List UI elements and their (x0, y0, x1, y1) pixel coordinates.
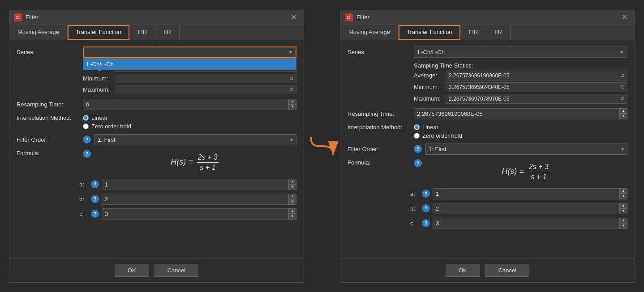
left-b-input[interactable] (102, 194, 296, 205)
left-min-label: Minimum: (83, 75, 112, 82)
left-a-down[interactable]: ▼ (288, 184, 296, 190)
right-tabs-bar: Moving Average Transfer Function FIR IIR (340, 25, 635, 40)
right-c-row: c: ? ▲ ▼ (410, 218, 627, 229)
left-tab-transfer-function[interactable]: Transfer Function (68, 25, 129, 40)
right-radio-zero-label: Zero order hold (422, 132, 462, 139)
right-b-spin: ▲ ▼ (433, 203, 627, 214)
right-a-down[interactable]: ▼ (619, 194, 627, 199)
left-tab-iir[interactable]: IIR (155, 25, 180, 40)
right-c-up[interactable]: ▲ (619, 218, 627, 224)
right-resampling-row: Resampling Time: ▲ ▼ (348, 108, 627, 119)
left-series-item-lch[interactable]: L-Ch/L-Ch (83, 59, 296, 70)
left-c-input[interactable] (102, 208, 296, 220)
left-a-spinbtns: ▲ ▼ (288, 179, 296, 190)
right-min-value-box: 2.267573695924340E-05 ⧉ (446, 82, 627, 92)
right-b-input[interactable] (433, 203, 627, 214)
left-filter-order-select[interactable]: 1: First (94, 134, 296, 145)
left-tabs-bar: Moving Average Transfer Function FIR IIR (9, 25, 304, 40)
right-radio-zero[interactable] (414, 133, 420, 139)
right-filter-order-select[interactable]: 1: First (425, 144, 627, 155)
right-tab-iir[interactable]: IIR (486, 25, 511, 40)
right-tab-moving-average[interactable]: Moving Average (340, 25, 399, 40)
right-radio-linear[interactable] (414, 124, 420, 130)
left-a-up[interactable]: ▲ (288, 179, 296, 185)
left-radio-zero[interactable] (83, 123, 89, 129)
right-c-down[interactable]: ▼ (619, 223, 627, 229)
left-filter-order-label: Filter Order: (17, 136, 79, 143)
right-resampling-down[interactable]: ▼ (619, 114, 627, 119)
left-a-input[interactable] (102, 179, 296, 190)
left-resampling-input[interactable] (83, 99, 296, 110)
right-max-row: Maximum: 2.267573697078970E-05 ⧉ (414, 94, 627, 104)
right-cancel-button[interactable]: Cancel (485, 264, 529, 277)
right-series-row: Series: L-Ch/L-Ch ▼ (348, 47, 627, 58)
right-resampling-label: Resampling Time: (348, 110, 410, 117)
left-formula-section: Formula: ? H(s) = 2s + 3 s + 1 (17, 150, 296, 220)
left-resampling-row: Resampling Time: ▲ ▼ (17, 99, 296, 110)
left-ok-button[interactable]: OK (115, 264, 149, 277)
right-resampling-input[interactable] (414, 108, 627, 119)
left-c-spin: ▲ ▼ (102, 208, 296, 220)
right-radio-linear-row: Linear (414, 124, 462, 131)
left-b-up[interactable]: ▲ (288, 194, 296, 199)
left-interpolation-row: Interpolation Method: Linear Zero order … (17, 114, 296, 130)
right-c-input[interactable] (433, 218, 627, 229)
right-a-up[interactable]: ▲ (619, 188, 627, 194)
left-a-help-icon[interactable]: ? (91, 180, 99, 188)
right-a-input[interactable] (433, 188, 627, 199)
left-filter-order-help-icon[interactable]: ? (83, 135, 91, 144)
left-tab-moving-average[interactable]: Moving Average (9, 25, 68, 40)
right-formula-row: Formula: ? H(s) = 2s + 3 s + 1 (348, 159, 627, 185)
left-dialog-title: Filter (26, 14, 39, 21)
right-max-copy-icon[interactable]: ⧉ (621, 96, 624, 102)
left-c-help-icon[interactable]: ? (91, 210, 99, 218)
left-min-value-box: ⧉ (115, 74, 296, 83)
right-min-copy-icon[interactable]: ⧉ (621, 84, 624, 90)
left-close-button[interactable]: ✕ (288, 13, 299, 22)
left-resampling-label: Resampling Time: (17, 101, 79, 108)
right-formula-help-icon[interactable]: ? (414, 159, 422, 167)
right-sampling-section: Sampling Time Statics: Average: 2.267573… (414, 62, 627, 104)
left-radio-zero-label: Zero order hold (91, 123, 131, 130)
left-tab-fir[interactable]: FIR (129, 25, 155, 40)
left-radio-linear[interactable] (83, 115, 89, 121)
right-c-help-icon[interactable]: ? (422, 219, 430, 227)
left-resampling-up[interactable]: ▲ (288, 99, 296, 105)
right-b-down[interactable]: ▼ (619, 208, 627, 214)
right-formula-label: Formula: (348, 159, 410, 166)
right-filter-order-help-icon[interactable]: ? (414, 145, 422, 153)
right-tab-fir[interactable]: FIR (460, 25, 486, 40)
right-a-row: a: ? ▲ ▼ (410, 188, 627, 199)
left-a-row: a: ? ▲ ▼ (79, 179, 296, 190)
left-b-help-icon[interactable]: ? (91, 195, 99, 203)
left-formula-help-icon[interactable]: ? (83, 150, 91, 158)
left-interpolation-label: Interpolation Method: (17, 114, 79, 121)
right-b-help-icon[interactable]: ? (422, 204, 430, 212)
right-tab-transfer-function[interactable]: Transfer Function (399, 25, 460, 40)
left-resampling-down[interactable]: ▼ (288, 104, 296, 110)
right-b-up[interactable]: ▲ (619, 203, 627, 209)
left-cancel-button[interactable]: Cancel (155, 264, 198, 277)
right-resampling-up[interactable]: ▲ (619, 108, 627, 114)
right-radio-group: Linear Zero order hold (414, 124, 462, 139)
right-series-value[interactable]: L-Ch/L-Ch (414, 47, 627, 58)
right-interpolation-label: Interpolation Method: (348, 124, 410, 131)
left-min-copy-icon[interactable]: ⧉ (290, 76, 293, 81)
left-series-row: Series: ▼ L-Ch/L-Ch (17, 47, 296, 58)
right-formula-display: H(s) = 2s + 3 s + 1 (425, 159, 627, 185)
left-c-down[interactable]: ▼ (288, 214, 296, 220)
right-ok-button[interactable]: OK (446, 264, 480, 277)
right-avg-copy-icon[interactable]: ⧉ (621, 72, 624, 78)
left-b-down[interactable]: ▼ (288, 199, 296, 205)
right-close-button[interactable]: ✕ (619, 13, 630, 22)
right-a-help-icon[interactable]: ? (422, 190, 430, 198)
right-sampling-title: Sampling Time Statics: (414, 62, 627, 69)
left-series-dropdown[interactable]: ▼ L-Ch/L-Ch (83, 47, 296, 58)
right-formula-section: Formula: ? H(s) = 2s + 3 s + 1 (348, 159, 627, 229)
left-c-up[interactable]: ▲ (288, 208, 296, 214)
right-filter-order-row: Filter Order: ? 1: First ▼ (348, 144, 627, 155)
right-app-icon: C (345, 13, 353, 21)
left-a-label: a: (79, 181, 88, 188)
left-max-copy-icon[interactable]: ⧉ (290, 87, 293, 93)
left-formula-label: Formula: (17, 150, 79, 157)
